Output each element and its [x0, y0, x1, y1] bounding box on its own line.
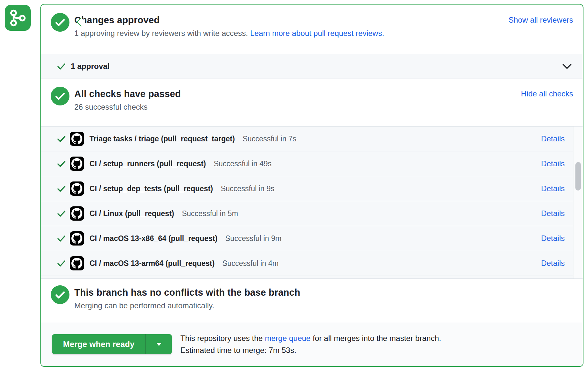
check-circle-icon: [51, 87, 69, 105]
caret-down-icon: [156, 343, 162, 346]
merge-queue-text-after: for all merges into the master branch.: [313, 334, 441, 343]
check-name: CI / macOS 13-arm64 (pull_request): [89, 259, 215, 268]
check-status: Successful in 5m: [182, 209, 238, 218]
github-octocat-icon: [71, 158, 82, 169]
conflicts-title: This branch has no conflicts with the ba…: [74, 287, 300, 298]
check-details-link[interactable]: Details: [541, 159, 565, 168]
review-status-section: Changes approved 1 approving review by r…: [41, 5, 583, 54]
check-details-link[interactable]: Details: [541, 134, 565, 143]
review-status-title: Changes approved: [74, 15, 384, 26]
learn-more-link[interactable]: Learn more about pull request reviews.: [250, 29, 384, 38]
merge-queue-link[interactable]: merge queue: [265, 334, 310, 343]
github-octocat-icon: [71, 258, 82, 269]
github-actions-avatar: [70, 256, 84, 270]
check-details-link[interactable]: Details: [541, 184, 565, 193]
check-details-link[interactable]: Details: [541, 209, 565, 218]
git-merge-queue-glyph: [5, 5, 31, 31]
check-row: CI / setup_dep_tests (pull_request) Succ…: [41, 176, 573, 201]
check-status: Successful in 4m: [222, 259, 278, 268]
merge-queue-line: This repository uses the merge queue for…: [180, 332, 441, 344]
check-details-link[interactable]: Details: [541, 234, 565, 243]
check-icon: [57, 235, 66, 242]
check-status: Successful in 49s: [214, 159, 271, 168]
check-status: Successful in 9s: [221, 184, 274, 193]
check-name: CI / setup_dep_tests (pull_request): [89, 184, 213, 193]
github-actions-avatar: [70, 206, 84, 221]
github-octocat-icon: [71, 183, 82, 194]
merge-queue-note: This repository uses the merge queue for…: [180, 332, 441, 356]
check-name: Triage tasks / triage (pull_request_targ…: [89, 135, 235, 143]
github-octocat-icon: [71, 133, 82, 144]
review-subtitle-text: 1 approving review by reviewers with wri…: [74, 29, 248, 38]
checks-scrollbar-thumb[interactable]: [575, 162, 581, 191]
check-row: CI / Linux (pull_request) Successful in …: [41, 201, 573, 226]
merge-options-button[interactable]: [145, 334, 172, 354]
checks-status-section: All checks have passed 26 successful che…: [41, 79, 583, 126]
check-name: CI / setup_runners (pull_request): [89, 159, 206, 168]
hide-all-checks-link[interactable]: Hide all checks: [521, 89, 573, 98]
checks-scrollbar-track: [573, 126, 583, 279]
merge-estimate-line: Estimated time to merge: 7m 53s.: [180, 344, 441, 356]
check-icon: [57, 136, 66, 142]
check-row: CI / macOS 13-x86_64 (pull_request) Succ…: [41, 226, 573, 251]
review-status-subtitle: 1 approving review by reviewers with wri…: [74, 29, 384, 38]
checks-rows-area: Triage tasks / triage (pull_request_targ…: [41, 126, 573, 279]
check-name: CI / Linux (pull_request): [89, 209, 174, 218]
github-actions-avatar: [70, 157, 84, 171]
merge-queue-text-before: This repository uses the: [180, 334, 263, 343]
checks-list: Triage tasks / triage (pull_request_targ…: [41, 126, 583, 279]
merge-when-ready-button[interactable]: Merge when ready: [52, 334, 145, 354]
git-merge-queue-icon: [5, 5, 31, 31]
conflicts-status-section: This branch has no conflicts with the ba…: [41, 279, 583, 322]
show-all-reviewers-link[interactable]: Show all reviewers: [509, 16, 573, 25]
check-icon: [57, 63, 66, 70]
check-status: Successful in 7s: [243, 135, 296, 143]
merge-button-group: Merge when ready: [52, 334, 172, 354]
check-row: CI / macOS 13-arm64 (pull_request) Succe…: [41, 251, 573, 276]
checks-status-title: All checks have passed: [74, 89, 181, 99]
check-name: CI / macOS 13-x86_64 (pull_request): [89, 234, 217, 243]
check-icon: [57, 160, 66, 167]
conflicts-subtitle: Merging can be performed automatically.: [74, 301, 300, 310]
check-details-link[interactable]: Details: [541, 259, 565, 268]
approvals-toggle-row[interactable]: 1 approval: [41, 54, 583, 79]
github-octocat-icon: [71, 233, 82, 244]
approvals-label: 1 approval: [71, 62, 110, 71]
check-circle-icon: [51, 13, 69, 32]
check-icon: [57, 210, 66, 217]
merge-footer: Merge when ready This repository uses th…: [41, 322, 583, 366]
checks-status-subtitle: 26 successful checks: [74, 103, 181, 112]
check-status: Successful in 9m: [225, 234, 281, 243]
check-icon: [57, 260, 66, 267]
check-row: Triage tasks / triage (pull_request_targ…: [41, 126, 573, 151]
github-octocat-icon: [71, 208, 82, 219]
check-row: CI / setup_runners (pull_request) Succes…: [41, 151, 573, 176]
github-actions-avatar: [70, 132, 84, 146]
check-circle-icon: [51, 285, 69, 304]
github-actions-avatar: [70, 181, 84, 196]
check-icon: [57, 185, 66, 192]
partial-check-row: [41, 276, 573, 279]
github-actions-avatar: [70, 231, 84, 246]
merge-box: Changes approved 1 approving review by r…: [40, 4, 583, 367]
chevron-down-icon: [562, 63, 572, 69]
